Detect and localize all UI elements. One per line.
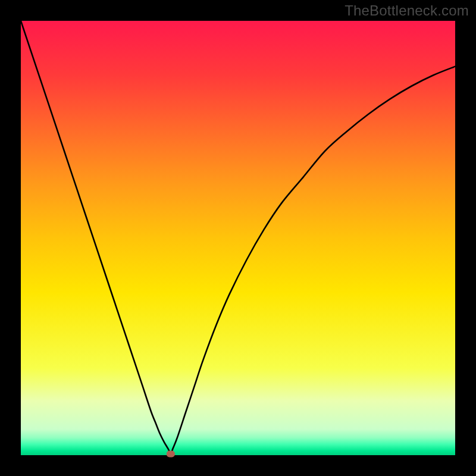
bottleneck-chart: TheBottleneck.com — [0, 0, 476, 476]
optimal-marker — [167, 451, 175, 458]
chart-svg — [0, 0, 476, 476]
watermark-label: TheBottleneck.com — [345, 2, 469, 19]
plot-background — [21, 21, 455, 455]
